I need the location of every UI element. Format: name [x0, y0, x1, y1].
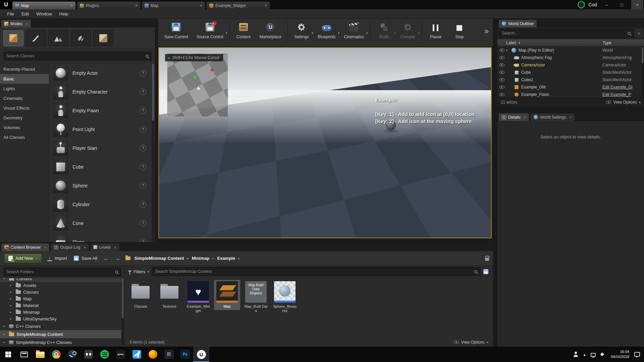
lock-icon[interactable] — [485, 258, 489, 261]
breadcrumb-item-example[interactable]: Example — [217, 256, 235, 261]
menu-file[interactable]: File — [3, 10, 18, 18]
build-button[interactable]: Build ▾ — [372, 20, 396, 45]
dropdown-caret-icon[interactable]: ▾ — [226, 31, 227, 35]
vscode-button[interactable] — [129, 347, 145, 362]
visibility-eye-icon[interactable] — [499, 93, 504, 96]
tree-row-minimap[interactable]: ▸ Minimap — [0, 309, 124, 315]
placeable-item-player-start[interactable]: Player Start ? — [49, 139, 155, 158]
placeable-item-plane[interactable]: Plane ? — [49, 233, 155, 242]
geometry-mode-button[interactable] — [93, 30, 113, 46]
marketplace-button[interactable]: U Marketplace — [256, 20, 285, 45]
close-tab-icon[interactable]: × — [570, 115, 572, 119]
menu-edit[interactable]: Edit — [18, 10, 33, 18]
help-icon[interactable]: ? — [140, 220, 146, 227]
network-icon[interactable] — [591, 353, 596, 357]
spotify-button[interactable] — [97, 347, 113, 362]
tray-expand-icon[interactable]: ▴ — [583, 352, 586, 357]
outliner-row-camera-actor[interactable]: CameraActor CameraActor — [497, 61, 644, 69]
dropdown-caret-icon[interactable]: ▾ — [366, 31, 368, 35]
close-tab-icon[interactable]: × — [265, 3, 267, 8]
outliner-settings-icon[interactable]: + — [635, 29, 643, 37]
world-outliner-tab[interactable]: World Outliner — [498, 19, 537, 27]
paint-mode-button[interactable] — [26, 30, 46, 46]
help-icon[interactable]: ? — [140, 126, 146, 133]
close-tab-icon[interactable]: × — [135, 3, 138, 8]
help-icon[interactable]: ? — [140, 182, 146, 189]
forward-button[interactable]: → — [114, 255, 121, 261]
close-tab-icon[interactable]: × — [84, 245, 86, 249]
volume-icon[interactable] — [601, 352, 606, 357]
window-tab-map[interactable]: Map × — [12, 1, 76, 9]
foliage-mode-button[interactable] — [71, 30, 91, 46]
toolbar-overflow-button[interactable]: » — [484, 26, 491, 41]
save-search-icon[interactable] — [483, 269, 488, 274]
photoshop-button[interactable]: Ps — [177, 347, 193, 362]
save-current-button[interactable]: Save Current — [160, 20, 192, 45]
path-folder-icon[interactable] — [125, 256, 130, 260]
placeable-item-empty-character[interactable]: Empty Character ? — [49, 82, 155, 101]
items-scrollbar[interactable] — [152, 64, 155, 242]
firefox-button[interactable] — [145, 347, 161, 362]
tree-row-classes[interactable]: ▸ Classes — [0, 289, 124, 295]
minimize-button[interactable]: – — [600, 0, 612, 9]
blueprints-button[interactable]: Blueprints ▾ — [314, 20, 339, 45]
help-icon[interactable]: ? — [140, 70, 146, 76]
dropdown-caret-icon[interactable]: ▾ — [394, 31, 396, 35]
task-view-button[interactable] — [16, 347, 32, 362]
window-tab-map2[interactable]: Map × — [142, 1, 205, 9]
start-button[interactable] — [0, 347, 16, 362]
pause-button[interactable]: Pause — [424, 20, 447, 45]
menu-window[interactable]: Window — [33, 10, 55, 18]
help-icon[interactable]: ? — [140, 239, 146, 242]
cb-view-options-button[interactable]: View Options ▾ — [454, 340, 488, 345]
source-control-button[interactable]: Source Control ▾ — [193, 20, 227, 45]
asset-tile-classes[interactable]: Classes — [127, 280, 154, 310]
scrollbar-thumb[interactable] — [122, 278, 124, 318]
asset-tile-example-widget[interactable]: ♥ Example_Widget — [185, 280, 211, 314]
viewport-3d[interactable]: ▸ Shift+F1 for Mouse Cursor Example: [Ke… — [158, 47, 492, 238]
outliner-search-input[interactable] — [502, 31, 625, 36]
visibility-eye-icon[interactable] — [499, 63, 504, 67]
dropdown-caret-icon[interactable]: ▾ — [418, 31, 420, 35]
close-tab-icon[interactable]: × — [524, 115, 526, 119]
asset-tile-map[interactable]: Map — [214, 280, 240, 310]
outliner-row-example-pawn[interactable]: Example_Pawn Edit Example_P — [497, 91, 644, 98]
dropdown-caret-icon[interactable]: ▾ — [312, 31, 313, 35]
stop-button[interactable]: Stop — [448, 20, 471, 45]
file-explorer-button[interactable] — [32, 347, 48, 362]
label-column-header[interactable]: Label▲ — [497, 41, 600, 45]
category-recently-placed[interactable]: Recently Placed — [0, 64, 49, 74]
visibility-eye-icon[interactable] — [499, 56, 504, 59]
placeable-item-sphere[interactable]: Sphere ? — [49, 176, 155, 195]
import-button[interactable]: ↓ Import — [46, 256, 68, 261]
menu-help[interactable]: Help — [56, 10, 72, 18]
asset-tile-textures[interactable]: Textures — [156, 280, 182, 310]
tab-levels[interactable]: Levels × — [90, 243, 120, 251]
compile-button[interactable]: Compile ▾ — [396, 20, 420, 45]
category-geometry[interactable]: Geometry — [0, 113, 49, 123]
outliner-row-type-link[interactable]: Edit Example_P — [600, 92, 644, 97]
outliner-row-type-link[interactable]: Edit Example_Gl — [600, 85, 644, 89]
tree-row-assets[interactable]: ▸ Assets — [0, 282, 124, 289]
tab-output-log[interactable]: Output Log × — [51, 243, 89, 251]
close-button[interactable]: × — [631, 0, 643, 9]
epic-games-button[interactable]: EPIC — [113, 347, 129, 362]
asset-tile-sphere-blueprint[interactable]: Sphere_Blueprint — [272, 280, 298, 314]
breadcrumb-item-minimap[interactable]: Minimap — [192, 256, 210, 261]
back-button[interactable]: ← — [103, 255, 110, 261]
window-tab-plugins[interactable]: Plugins × — [77, 1, 141, 9]
tree-row-content[interactable]: ▾ Content — [0, 278, 124, 282]
outliner-scrollbar[interactable] — [641, 47, 644, 98]
cinematics-button[interactable]: Cinematics ▾ — [340, 20, 368, 45]
placeable-item-cone[interactable]: Cone ? — [49, 214, 155, 233]
breadcrumb-item-root[interactable]: SimpleMinimap Content — [135, 256, 184, 261]
visibility-eye-icon[interactable] — [499, 78, 504, 81]
app-button[interactable] — [161, 347, 177, 362]
help-icon[interactable]: ? — [140, 88, 146, 95]
user-tray-icon[interactable] — [573, 352, 578, 357]
unreal-logo-icon[interactable]: U — [0, 0, 12, 9]
filters-button[interactable]: Filters ▾ — [128, 269, 149, 274]
category-cinematic[interactable]: Cinematic — [0, 94, 49, 103]
tab-world-settings[interactable]: World Settings × — [530, 113, 575, 121]
expander-icon[interactable]: ▸ — [10, 317, 13, 320]
